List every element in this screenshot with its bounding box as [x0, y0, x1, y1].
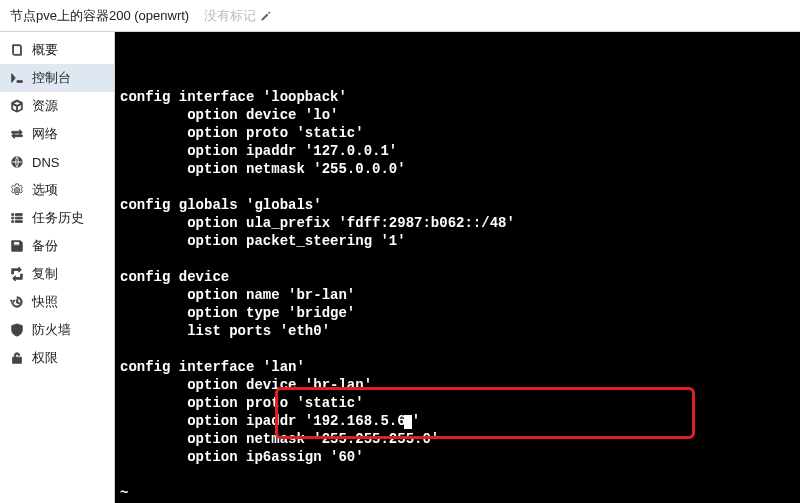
- terminal-line: [120, 178, 795, 196]
- terminal-line: option device 'br-lan': [120, 376, 795, 394]
- sidebar-item-label: 复制: [32, 265, 58, 283]
- sidebar-item-label: 网络: [32, 125, 58, 143]
- sidebar-item-summary[interactable]: 概要: [0, 36, 114, 64]
- terminal-line: option name 'br-lan': [120, 286, 795, 304]
- sidebar-item-dns[interactable]: DNS: [0, 148, 114, 176]
- terminal-line: option netmask '255.0.0.0': [120, 160, 795, 178]
- terminal-line: option proto 'static': [120, 394, 795, 412]
- pencil-icon: [260, 10, 272, 22]
- sidebar-item-permissions[interactable]: 权限: [0, 344, 114, 372]
- history-icon: [10, 295, 24, 309]
- terminal-line: option packet_steering '1': [120, 232, 795, 250]
- sidebar-item-label: 概要: [32, 41, 58, 59]
- terminal-line: [120, 466, 795, 484]
- page-title: 节点pve上的容器200 (openwrt): [10, 7, 189, 25]
- sidebar-item-resources[interactable]: 资源: [0, 92, 114, 120]
- terminal-line: option ula_prefix 'fdff:2987:b062::/48': [120, 214, 795, 232]
- list-icon: [10, 211, 24, 225]
- sidebar: 概要控制台资源网络DNS选项任务历史备份复制快照防火墙权限: [0, 32, 115, 503]
- terminal-line: config interface 'loopback': [120, 88, 795, 106]
- terminal-cursor: [404, 415, 412, 429]
- terminal-line: [120, 250, 795, 268]
- terminal-line: option ip6assign '60': [120, 448, 795, 466]
- sidebar-item-label: 选项: [32, 181, 58, 199]
- sidebar-item-label: 备份: [32, 237, 58, 255]
- globe-icon: [10, 155, 24, 169]
- terminal-line: config globals 'globals': [120, 196, 795, 214]
- sidebar-item-label: 控制台: [32, 69, 71, 87]
- terminal-line: option ipaddr '127.0.0.1': [120, 142, 795, 160]
- sidebar-item-firewall[interactable]: 防火墙: [0, 316, 114, 344]
- cube-icon: [10, 99, 24, 113]
- terminal-line: option ipaddr '192.168.5.6': [120, 412, 795, 430]
- terminal-line: option proto 'static': [120, 124, 795, 142]
- sidebar-item-replication[interactable]: 复制: [0, 260, 114, 288]
- sidebar-item-label: 快照: [32, 293, 58, 311]
- no-tags-label: 没有标记: [204, 7, 256, 25]
- sidebar-item-console[interactable]: 控制台: [0, 64, 114, 92]
- terminal-icon: [10, 71, 24, 85]
- main-body: 概要控制台资源网络DNS选项任务历史备份复制快照防火墙权限 config int…: [0, 32, 800, 503]
- sidebar-item-label: 资源: [32, 97, 58, 115]
- sidebar-item-label: 任务历史: [32, 209, 84, 227]
- terminal-line: config interface 'lan': [120, 358, 795, 376]
- sidebar-item-label: 防火墙: [32, 321, 71, 339]
- terminal-line: option netmask '255.255.255.0': [120, 430, 795, 448]
- shield-icon: [10, 323, 24, 337]
- header-bar: 节点pve上的容器200 (openwrt) 没有标记: [0, 0, 800, 32]
- book-icon: [10, 43, 24, 57]
- sidebar-item-options[interactable]: 选项: [0, 176, 114, 204]
- terminal-line: option type 'bridge': [120, 304, 795, 322]
- sidebar-item-label: 权限: [32, 349, 58, 367]
- gear-icon: [10, 183, 24, 197]
- sidebar-item-snapshots[interactable]: 快照: [0, 288, 114, 316]
- retweet-icon: [10, 267, 24, 281]
- terminal-console[interactable]: config interface 'loopback' option devic…: [115, 32, 800, 503]
- save-icon: [10, 239, 24, 253]
- tags-edit[interactable]: 没有标记: [204, 7, 272, 25]
- sidebar-item-backup[interactable]: 备份: [0, 232, 114, 260]
- exchange-icon: [10, 127, 24, 141]
- terminal-line: config device: [120, 268, 795, 286]
- sidebar-item-label: DNS: [32, 155, 59, 170]
- terminal-line: ~: [120, 484, 795, 502]
- terminal-line: [120, 340, 795, 358]
- sidebar-item-network[interactable]: 网络: [0, 120, 114, 148]
- terminal-line: option device 'lo': [120, 106, 795, 124]
- unlock-icon: [10, 351, 24, 365]
- terminal-line: list ports 'eth0': [120, 322, 795, 340]
- sidebar-item-tasklog[interactable]: 任务历史: [0, 204, 114, 232]
